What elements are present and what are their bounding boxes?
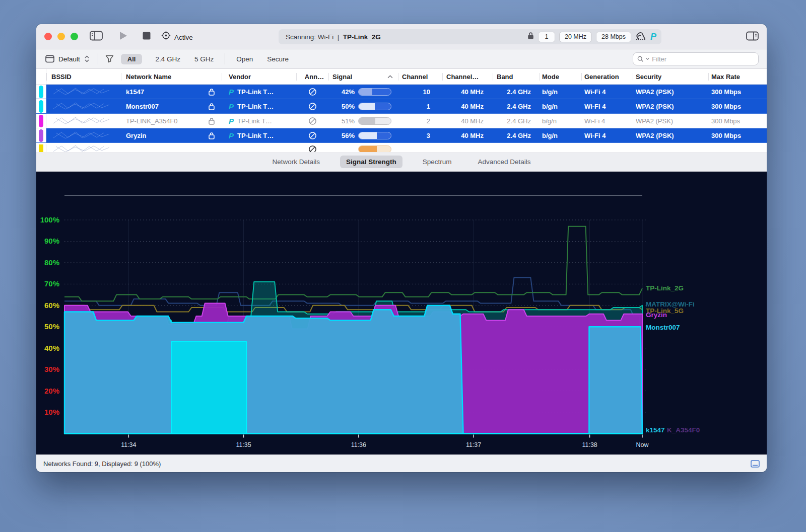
y-axis-label: 30% <box>44 365 59 373</box>
chart-series-label: Monstr007 <box>646 324 680 331</box>
generation-cell: Wi-Fi 4 <box>581 114 633 128</box>
column-header-color[interactable] <box>36 69 46 84</box>
column-header-generation[interactable]: Generation <box>581 69 633 84</box>
signal-bar <box>358 88 391 96</box>
column-header-annotation[interactable]: Ann… <box>296 69 328 84</box>
right-panel-toggle-icon[interactable] <box>746 31 759 43</box>
filter-search-field[interactable] <box>633 52 759 65</box>
column-header-bssid[interactable]: BSSID <box>46 69 121 84</box>
generation-cell: Wi-Fi 4 <box>581 85 633 99</box>
bssid-redacted <box>46 144 121 153</box>
network-name: Monstr007 <box>126 103 159 110</box>
chart-series-label: TP-Link_2G <box>646 284 684 292</box>
band-cell: 2.4 GHz <box>493 114 539 128</box>
filter-5ghz-button[interactable]: 5 GHz <box>194 55 214 63</box>
annotation-icon <box>296 99 328 113</box>
network-row[interactable]: k1547PTP-Link T…42%1040 MHz2.4 GHzb/g/nW… <box>36 85 767 99</box>
vendor-cell: PTP-Link T… <box>222 85 296 99</box>
column-header-security[interactable]: Security <box>633 69 708 84</box>
signal-cell: 51% <box>328 114 398 128</box>
column-header-max-rate[interactable]: Max Rate <box>708 69 767 84</box>
toolbar: Default All 2.4 GHz 5 GHz Open Secure <box>36 49 767 69</box>
window-title-chip: Scanning: Wi-Fi | TP-Link_2G 1 20 MHz 28… <box>279 29 661 44</box>
tab-advanced-details[interactable]: Advanced Details <box>472 156 537 168</box>
scan-status-label: Active <box>174 32 193 41</box>
band-cell <box>493 144 539 153</box>
column-header-network-name[interactable]: Network Name <box>121 69 222 84</box>
tp-link-logo-icon: P <box>229 102 234 111</box>
tab-spectrum[interactable]: Spectrum <box>417 156 458 168</box>
table-body: k1547PTP-Link T…42%1040 MHz2.4 GHzb/g/nW… <box>36 85 767 153</box>
network-color-chip <box>36 114 46 128</box>
close-window-button[interactable] <box>44 33 52 40</box>
minimize-window-button[interactable] <box>57 33 65 40</box>
chart-series-label: k1547 <box>646 426 665 434</box>
column-header-channel-width[interactable]: Channel… <box>442 69 493 84</box>
statusbar: Networks Found: 9, Displayed: 9 (100%) <box>36 454 767 472</box>
profile-selector[interactable]: Default <box>45 55 90 63</box>
column-header-band[interactable]: Band <box>493 69 539 84</box>
generation-cell <box>581 144 633 153</box>
mode-cell: b/g/n <box>539 85 581 99</box>
x-axis-label: 11:36 <box>351 441 366 448</box>
column-header-vendor[interactable]: Vendor <box>222 69 296 84</box>
lock-icon <box>527 32 534 42</box>
signal-bar <box>358 132 391 139</box>
chart-series-label: K_A354F0 <box>667 426 700 434</box>
y-axis-label: 90% <box>44 237 59 245</box>
display-mode-icon[interactable] <box>751 460 760 468</box>
filter-input[interactable] <box>652 55 754 63</box>
network-row[interactable]: GryzinPTP-Link T…56%340 MHz2.4 GHzb/g/nW… <box>36 128 767 143</box>
network-row[interactable] <box>36 143 767 153</box>
mode-cell: b/g/n <box>539 114 581 128</box>
lock-icon <box>209 103 215 110</box>
network-name: TP-LINK_A354F0 <box>126 117 178 125</box>
channel-cell: 10 <box>398 85 442 99</box>
column-header-channel[interactable]: Channel <box>398 69 442 84</box>
filter-open-button[interactable]: Open <box>236 55 253 63</box>
tab-signal-strength[interactable]: Signal Strength <box>340 156 402 168</box>
bssid-redacted <box>46 128 121 142</box>
network-name-cell: k1547 <box>121 85 222 99</box>
x-axis-label: 11:35 <box>236 441 251 448</box>
signal-percent: 51% <box>328 117 355 125</box>
vendor-cell <box>222 144 296 153</box>
network-name-cell <box>121 144 222 153</box>
stop-scan-icon[interactable] <box>142 31 151 43</box>
column-header-signal[interactable]: Signal <box>328 69 398 84</box>
signal-bar <box>358 145 391 153</box>
zoom-window-button[interactable] <box>71 33 78 40</box>
channel-cell: 1 <box>398 99 442 113</box>
mode-cell <box>539 144 581 153</box>
column-header-mode[interactable]: Mode <box>539 69 581 84</box>
sidebar-toggle-icon[interactable] <box>90 31 103 43</box>
filter-funnel-icon[interactable] <box>105 55 114 63</box>
channel-badge: 1 <box>538 32 555 42</box>
security-cell <box>633 144 708 153</box>
networks-found-status: Networks Found: 9, Displayed: 9 (100%) <box>43 460 161 468</box>
play-scan-icon[interactable] <box>119 31 128 43</box>
network-name: Gryzin <box>126 132 146 139</box>
signal-percent: 42% <box>328 88 355 96</box>
mode-cell: b/g/n <box>539 128 581 142</box>
channel-width-cell <box>442 144 493 153</box>
tab-network-details[interactable]: Network Details <box>266 156 326 168</box>
x-axis-label: Now <box>636 441 649 448</box>
tp-link-logo-icon: P <box>229 131 234 140</box>
filter-24ghz-button[interactable]: 2.4 GHz <box>155 55 180 63</box>
toolbar-divider <box>225 53 225 64</box>
annotation-icon <box>296 128 328 142</box>
network-name-cell: Monstr007 <box>121 99 222 113</box>
vendor-name: TP-Link T… <box>237 117 272 125</box>
filter-secure-button[interactable]: Secure <box>267 55 289 63</box>
network-name-cell: Gryzin <box>121 128 222 142</box>
x-axis-label: 11:34 <box>121 441 136 448</box>
network-row[interactable]: Monstr007PTP-Link T…50%140 MHz2.4 GHzb/g… <box>36 99 767 114</box>
annotation-icon <box>296 85 328 99</box>
network-row[interactable]: TP-LINK_A354F0PTP-Link T…51%240 MHz2.4 G… <box>36 114 767 128</box>
band-cell: 2.4 GHz <box>493 128 539 142</box>
profile-icon <box>45 55 54 63</box>
filter-all-button[interactable]: All <box>121 54 143 64</box>
max-rate-cell: 300 Mbps <box>708 114 767 128</box>
channel-width-cell: 40 MHz <box>442 128 493 142</box>
